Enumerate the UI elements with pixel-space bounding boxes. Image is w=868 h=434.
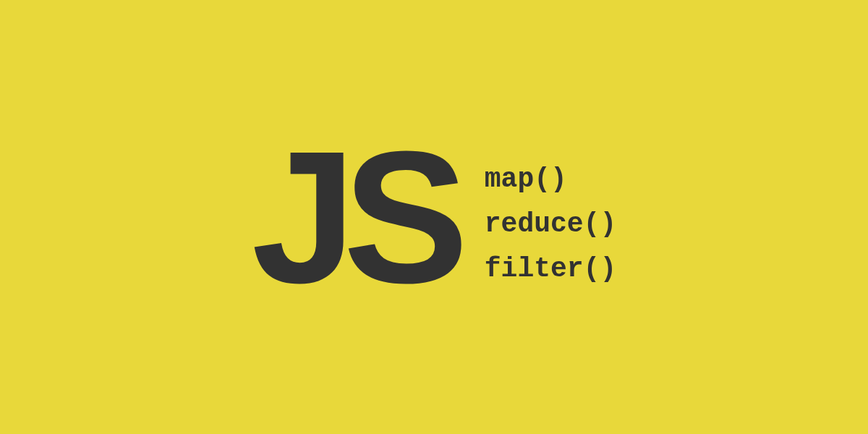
method-filter: filter() xyxy=(485,255,616,283)
method-reduce: reduce() xyxy=(485,210,616,238)
method-map: map() xyxy=(485,166,616,193)
js-logo: JS xyxy=(252,123,456,311)
methods-list: map() reduce() filter() xyxy=(485,151,616,283)
main-container: JS map() reduce() filter() xyxy=(252,123,616,311)
